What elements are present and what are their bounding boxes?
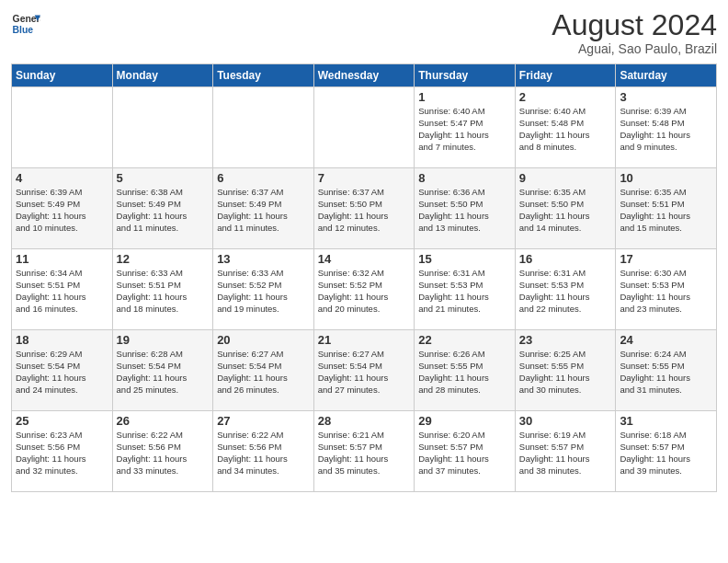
day-info: Sunrise: 6:31 AMSunset: 5:53 PMDaylight:…: [519, 268, 612, 315]
calendar-cell: 23Sunrise: 6:25 AMSunset: 5:55 PMDayligh…: [515, 330, 616, 411]
weekday-thursday: Thursday: [415, 64, 516, 87]
day-info: Sunrise: 6:38 AMSunset: 5:49 PMDaylight:…: [117, 187, 210, 234]
day-info: Sunrise: 6:18 AMSunset: 5:57 PMDaylight:…: [620, 430, 712, 477]
calendar-cell: 5Sunrise: 6:38 AMSunset: 5:49 PMDaylight…: [112, 168, 213, 249]
day-info: Sunrise: 6:27 AMSunset: 5:54 PMDaylight:…: [217, 349, 310, 396]
day-info: Sunrise: 6:35 AMSunset: 5:51 PMDaylight:…: [620, 187, 712, 234]
day-info: Sunrise: 6:40 AMSunset: 5:48 PMDaylight:…: [519, 106, 612, 153]
day-info: Sunrise: 6:30 AMSunset: 5:53 PMDaylight:…: [620, 268, 712, 315]
calendar-cell: 22Sunrise: 6:26 AMSunset: 5:55 PMDayligh…: [415, 330, 516, 411]
day-info: Sunrise: 6:33 AMSunset: 5:52 PMDaylight:…: [217, 268, 310, 315]
day-info: Sunrise: 6:22 AMSunset: 5:56 PMDaylight:…: [217, 430, 310, 477]
day-number: 10: [620, 171, 712, 185]
day-info: Sunrise: 6:32 AMSunset: 5:52 PMDaylight:…: [318, 268, 411, 315]
calendar-cell: 6Sunrise: 6:37 AMSunset: 5:49 PMDaylight…: [213, 168, 314, 249]
day-info: Sunrise: 6:19 AMSunset: 5:57 PMDaylight:…: [519, 430, 612, 477]
calendar-cell: 31Sunrise: 6:18 AMSunset: 5:57 PMDayligh…: [616, 411, 717, 492]
calendar-cell: 14Sunrise: 6:32 AMSunset: 5:52 PMDayligh…: [313, 249, 415, 330]
day-number: 23: [519, 333, 612, 347]
calendar-cell: 1Sunrise: 6:40 AMSunset: 5:47 PMDaylight…: [415, 87, 516, 168]
page: General Blue General Blue August 2024 Ag…: [0, 0, 728, 563]
title-block: August 2024 Aguai, Sao Paulo, Brazil: [552, 9, 717, 56]
week-row-4: 18Sunrise: 6:29 AMSunset: 5:54 PMDayligh…: [12, 330, 717, 411]
weekday-monday: Monday: [112, 64, 213, 87]
calendar-cell: 20Sunrise: 6:27 AMSunset: 5:54 PMDayligh…: [213, 330, 314, 411]
calendar-cell: 2Sunrise: 6:40 AMSunset: 5:48 PMDaylight…: [515, 87, 616, 168]
day-info: Sunrise: 6:20 AMSunset: 5:57 PMDaylight:…: [418, 430, 511, 477]
day-number: 19: [117, 333, 210, 347]
logo-icon: General Blue: [11, 9, 40, 39]
calendar-cell: 18Sunrise: 6:29 AMSunset: 5:54 PMDayligh…: [12, 330, 113, 411]
calendar-cell: 19Sunrise: 6:28 AMSunset: 5:54 PMDayligh…: [112, 330, 213, 411]
day-info: Sunrise: 6:37 AMSunset: 5:49 PMDaylight:…: [217, 187, 310, 234]
weekday-tuesday: Tuesday: [213, 64, 314, 87]
day-number: 30: [519, 414, 612, 428]
month-title: August 2024: [552, 9, 717, 41]
calendar-cell: 26Sunrise: 6:22 AMSunset: 5:56 PMDayligh…: [112, 411, 213, 492]
logo: General Blue General Blue: [11, 9, 40, 39]
calendar-cell: 11Sunrise: 6:34 AMSunset: 5:51 PMDayligh…: [12, 249, 113, 330]
day-number: 18: [16, 333, 108, 347]
day-number: 29: [418, 414, 511, 428]
day-number: 2: [519, 90, 612, 104]
day-number: 22: [418, 333, 511, 347]
header: General Blue General Blue August 2024 Ag…: [11, 9, 717, 56]
day-info: Sunrise: 6:35 AMSunset: 5:50 PMDaylight:…: [519, 187, 612, 234]
calendar-table: SundayMondayTuesdayWednesdayThursdayFrid…: [11, 63, 717, 492]
day-number: 1: [418, 90, 511, 104]
day-info: Sunrise: 6:25 AMSunset: 5:55 PMDaylight:…: [519, 349, 612, 396]
day-info: Sunrise: 6:28 AMSunset: 5:54 PMDaylight:…: [117, 349, 210, 396]
calendar-cell: 29Sunrise: 6:20 AMSunset: 5:57 PMDayligh…: [415, 411, 516, 492]
calendar-cell: 13Sunrise: 6:33 AMSunset: 5:52 PMDayligh…: [213, 249, 314, 330]
day-number: 5: [117, 171, 210, 185]
day-number: 4: [16, 171, 108, 185]
day-number: 26: [117, 414, 210, 428]
day-info: Sunrise: 6:39 AMSunset: 5:49 PMDaylight:…: [16, 187, 108, 234]
day-number: 9: [519, 171, 612, 185]
calendar-cell: 15Sunrise: 6:31 AMSunset: 5:53 PMDayligh…: [415, 249, 516, 330]
calendar-cell: 21Sunrise: 6:27 AMSunset: 5:54 PMDayligh…: [313, 330, 415, 411]
day-info: Sunrise: 6:23 AMSunset: 5:56 PMDaylight:…: [16, 430, 108, 477]
day-number: 28: [318, 414, 411, 428]
day-number: 31: [620, 414, 712, 428]
calendar-cell: [313, 87, 415, 168]
day-number: 7: [318, 171, 411, 185]
calendar-cell: 3Sunrise: 6:39 AMSunset: 5:48 PMDaylight…: [616, 87, 717, 168]
svg-text:Blue: Blue: [13, 25, 34, 35]
day-number: 24: [620, 333, 712, 347]
calendar-cell: 24Sunrise: 6:24 AMSunset: 5:55 PMDayligh…: [616, 330, 717, 411]
calendar-cell: 9Sunrise: 6:35 AMSunset: 5:50 PMDaylight…: [515, 168, 616, 249]
day-info: Sunrise: 6:40 AMSunset: 5:47 PMDaylight:…: [418, 106, 511, 153]
day-info: Sunrise: 6:37 AMSunset: 5:50 PMDaylight:…: [318, 187, 411, 234]
day-number: 27: [217, 414, 310, 428]
day-number: 8: [418, 171, 511, 185]
day-info: Sunrise: 6:24 AMSunset: 5:55 PMDaylight:…: [620, 349, 712, 396]
day-info: Sunrise: 6:33 AMSunset: 5:51 PMDaylight:…: [117, 268, 210, 315]
day-number: 25: [16, 414, 108, 428]
day-number: 14: [318, 252, 411, 266]
day-info: Sunrise: 6:26 AMSunset: 5:55 PMDaylight:…: [418, 349, 511, 396]
weekday-wednesday: Wednesday: [313, 64, 415, 87]
day-info: Sunrise: 6:36 AMSunset: 5:50 PMDaylight:…: [418, 187, 511, 234]
day-info: Sunrise: 6:34 AMSunset: 5:51 PMDaylight:…: [16, 268, 108, 315]
calendar-cell: 10Sunrise: 6:35 AMSunset: 5:51 PMDayligh…: [616, 168, 717, 249]
week-row-3: 11Sunrise: 6:34 AMSunset: 5:51 PMDayligh…: [12, 249, 717, 330]
location: Aguai, Sao Paulo, Brazil: [552, 41, 717, 56]
week-row-2: 4Sunrise: 6:39 AMSunset: 5:49 PMDaylight…: [12, 168, 717, 249]
weekday-sunday: Sunday: [12, 64, 113, 87]
day-number: 15: [418, 252, 511, 266]
day-number: 11: [16, 252, 108, 266]
calendar-cell: 8Sunrise: 6:36 AMSunset: 5:50 PMDaylight…: [415, 168, 516, 249]
day-number: 12: [117, 252, 210, 266]
day-info: Sunrise: 6:27 AMSunset: 5:54 PMDaylight:…: [318, 349, 411, 396]
calendar-cell: 27Sunrise: 6:22 AMSunset: 5:56 PMDayligh…: [213, 411, 314, 492]
calendar-cell: 17Sunrise: 6:30 AMSunset: 5:53 PMDayligh…: [616, 249, 717, 330]
weekday-friday: Friday: [515, 64, 616, 87]
weekday-header-row: SundayMondayTuesdayWednesdayThursdayFrid…: [12, 64, 717, 87]
day-number: 21: [318, 333, 411, 347]
weekday-saturday: Saturday: [616, 64, 717, 87]
day-number: 13: [217, 252, 310, 266]
day-info: Sunrise: 6:21 AMSunset: 5:57 PMDaylight:…: [318, 430, 411, 477]
calendar-cell: 16Sunrise: 6:31 AMSunset: 5:53 PMDayligh…: [515, 249, 616, 330]
day-number: 16: [519, 252, 612, 266]
